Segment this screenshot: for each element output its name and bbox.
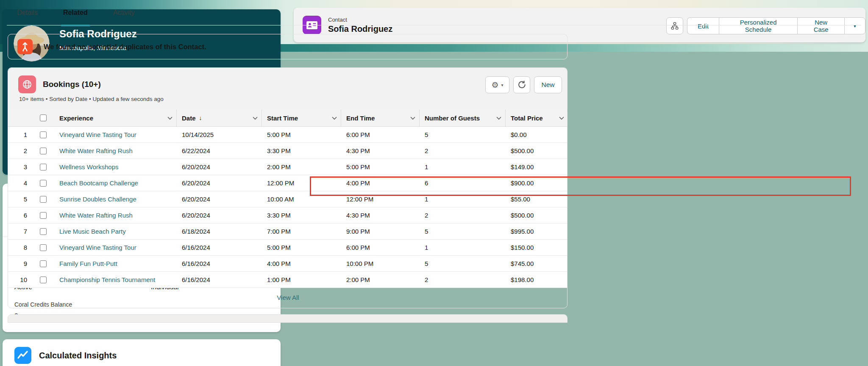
chevron-down-icon [167, 116, 173, 120]
start-time-cell: 7:00 PM [262, 228, 341, 235]
experience-link[interactable]: Championship Tennis Tournament [59, 276, 155, 283]
price-cell: $500.00 [506, 212, 568, 219]
next-card-top-edge [8, 314, 568, 323]
bookings-globe-icon [18, 75, 36, 93]
bookings-related-list: Bookings (10+) 10+ items • Sorted by Dat… [8, 67, 568, 308]
row-checkbox[interactable] [40, 131, 47, 138]
row-number: 6 [8, 212, 35, 219]
tab-related[interactable]: Related [61, 0, 90, 25]
column-header-end-time[interactable]: End Time [341, 109, 420, 126]
table-row: 5 Sunrise Doubles Challenge 6/20/2024 10… [8, 191, 568, 207]
experience-link[interactable]: White Water Rafting Rush [59, 212, 133, 219]
date-cell: 6/16/2024 [177, 244, 262, 251]
insights-card-title: Calculated Insights [39, 351, 117, 360]
end-time-cell: 10:00 PM [341, 260, 420, 267]
more-actions-dropdown[interactable]: ▼ [844, 17, 865, 34]
start-time-cell: 5:00 PM [262, 131, 341, 138]
experience-link[interactable]: Live Music Beach Party [59, 228, 126, 235]
edit-button[interactable]: Edit [687, 17, 719, 34]
refresh-button[interactable] [513, 76, 530, 93]
experience-link[interactable]: Vineyard Wine Tasting Tour [59, 131, 136, 138]
select-all-checkbox[interactable] [40, 115, 47, 121]
price-cell: $995.00 [506, 228, 568, 235]
table-row: 2 White Water Rafting Rush 6/22/2024 3:3… [8, 143, 568, 159]
chevron-down-icon [252, 116, 258, 120]
table-row: 9 Family Fun Putt-Putt 6/16/2024 4:00 PM… [8, 256, 568, 272]
list-settings-button[interactable]: ⚙▾ [485, 76, 509, 93]
row-checkbox[interactable] [40, 148, 47, 154]
table-row: 1 Vineyard Wine Tasting Tour 10/14/2025 … [8, 127, 568, 143]
row-checkbox[interactable] [40, 228, 47, 235]
personalized-schedule-button[interactable]: Personalized Schedule [719, 17, 798, 34]
table-row: 3 Wellness Workshops 6/20/2024 2:00 PM 5… [8, 159, 568, 175]
row-checkbox[interactable] [40, 212, 47, 219]
table-row: 6 White Water Rafting Rush 6/20/2024 3:3… [8, 207, 568, 224]
table-row: 7 Live Music Beach Party 6/18/2024 7:00 … [8, 224, 568, 240]
start-time-cell: 2:00 PM [262, 163, 341, 170]
start-time-cell: 10:00 AM [262, 196, 341, 203]
column-header-total-price[interactable]: Total Price [506, 109, 568, 126]
start-time-cell: 4:00 PM [262, 260, 341, 267]
row-number: 9 [8, 260, 35, 267]
price-cell: $0.00 [506, 131, 568, 138]
experience-link[interactable]: White Water Rafting Rush [59, 147, 133, 154]
experience-link[interactable]: Family Fun Putt-Putt [59, 260, 117, 267]
new-case-button[interactable]: New Case [797, 17, 844, 34]
date-cell: 6/22/2024 [177, 147, 262, 154]
refresh-icon [517, 80, 526, 89]
column-header-experience[interactable]: Experience [54, 109, 177, 126]
column-header-number-of-guests[interactable]: Number of Guests [420, 109, 506, 126]
row-number: 4 [8, 179, 35, 187]
experience-link[interactable]: Beach Bootcamp Challenge [59, 179, 138, 187]
chevron-down-icon [410, 116, 416, 120]
end-time-cell: 6:00 PM [341, 244, 420, 251]
experience-link[interactable]: Sunrise Doubles Challenge [59, 196, 136, 203]
tab-details[interactable]: Details [14, 0, 40, 25]
date-cell: 6/20/2024 [177, 179, 262, 187]
end-time-cell: 4:30 PM [341, 147, 420, 154]
bookings-title[interactable]: Bookings (10+) [43, 80, 101, 89]
end-time-cell: 4:30 PM [341, 212, 420, 219]
record-action-group: Edit Personalized Schedule New Case ▼ [687, 17, 865, 34]
experience-link[interactable]: Wellness Workshops [59, 163, 119, 170]
bookings-table-header: Experience Date↓ Start Time End Time [8, 109, 568, 127]
guests-cell: 1 [420, 244, 506, 251]
record-main-card: Details Related Activity We found no pot… [0, 0, 572, 322]
record-tabs: Details Related Activity [14, 0, 157, 25]
calculated-insights-card: Calculated Insights [3, 339, 281, 366]
new-booking-button[interactable]: New [534, 76, 562, 93]
row-checkbox[interactable] [40, 164, 47, 170]
tab-activity[interactable]: Activity [111, 0, 137, 25]
bookings-table-body: 1 Vineyard Wine Tasting Tour 10/14/2025 … [8, 127, 568, 288]
insights-icon [14, 347, 31, 364]
guests-cell: 1 [420, 163, 506, 170]
date-cell: 6/16/2024 [177, 260, 262, 267]
row-checkbox[interactable] [40, 260, 47, 267]
row-checkbox[interactable] [40, 277, 47, 283]
hierarchy-icon [670, 22, 679, 30]
sort-descending-icon: ↓ [199, 115, 202, 121]
column-header-date[interactable]: Date↓ [177, 109, 262, 126]
hierarchy-button[interactable] [666, 17, 683, 34]
duplicate-alert-message: We found no potential duplicates of this… [44, 43, 206, 51]
row-checkbox[interactable] [40, 196, 47, 203]
select-all-header [35, 109, 54, 126]
end-time-cell: 12:00 PM [341, 196, 420, 203]
chevron-down-icon: ▾ [501, 83, 504, 87]
row-number-header [8, 109, 35, 126]
column-header-start-time[interactable]: Start Time [262, 109, 341, 126]
experience-link[interactable]: Vineyard Wine Tasting Tour [59, 244, 136, 251]
table-row: 10 Championship Tennis Tournament 6/16/2… [8, 272, 568, 288]
row-number: 1 [8, 131, 35, 138]
date-cell: 6/20/2024 [177, 196, 262, 203]
price-cell: $900.00 [506, 179, 568, 187]
bookings-table: Experience Date↓ Start Time End Time [8, 109, 568, 307]
end-time-cell: 4:00 PM [341, 179, 420, 187]
table-row: 4 Beach Bootcamp Challenge 6/20/2024 12:… [8, 175, 568, 191]
row-checkbox[interactable] [40, 244, 47, 251]
end-time-cell: 5:00 PM [341, 163, 420, 170]
view-all-link[interactable]: View All [277, 294, 299, 301]
guests-cell: 2 [420, 212, 506, 219]
price-cell: $55.00 [506, 196, 568, 203]
row-checkbox[interactable] [40, 180, 47, 187]
